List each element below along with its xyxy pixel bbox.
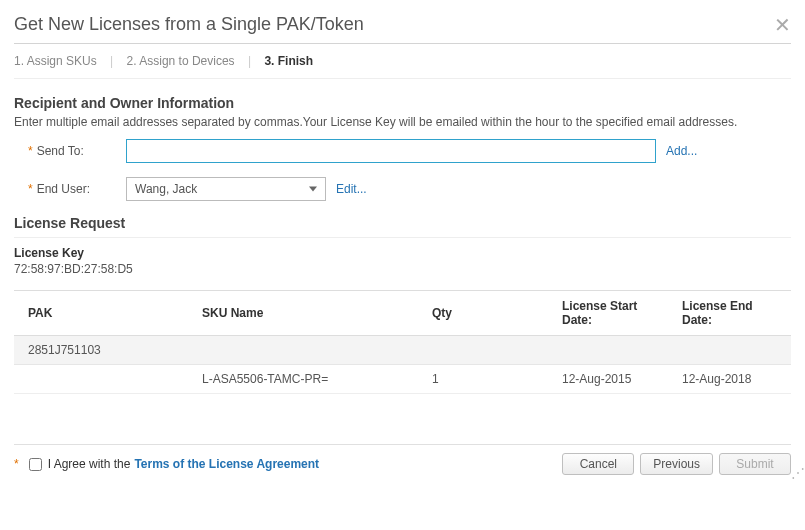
license-table: PAK SKU Name Qty License Start Date: Lic… (14, 290, 791, 394)
cancel-button[interactable]: Cancel (562, 453, 634, 475)
recipient-hint: Enter multiple email addresses separated… (14, 115, 791, 129)
required-star-icon: * (14, 457, 19, 471)
end-user-label-text: End User: (37, 182, 90, 196)
send-to-label: *Send To: (14, 144, 126, 158)
step-assign-devices[interactable]: 2. Assign to Devices (127, 54, 235, 68)
wizard-steps: 1. Assign SKUs | 2. Assign to Devices | … (14, 52, 791, 79)
end-user-label: *End User: (14, 182, 126, 196)
divider (14, 237, 791, 238)
step-separator: | (110, 54, 113, 68)
agree-text: I Agree with the (48, 457, 131, 471)
step-separator: | (248, 54, 251, 68)
col-sku: SKU Name (194, 291, 424, 336)
col-end: License End Date: (674, 291, 791, 336)
required-star-icon: * (28, 182, 33, 196)
cell-sku: L-ASA5506-TAMC-PR= (194, 365, 424, 394)
cell-pak: 2851J751103 (14, 336, 194, 365)
close-icon[interactable]: ✕ (774, 15, 791, 35)
license-key-value: 72:58:97:BD:27:58:D5 (14, 262, 791, 276)
license-request-title: License Request (14, 215, 791, 231)
recipient-section-title: Recipient and Owner Information (14, 95, 791, 111)
submit-button[interactable]: Submit (719, 453, 791, 475)
cell-qty: 1 (424, 365, 554, 394)
chevron-down-icon (305, 182, 321, 196)
agree-checkbox[interactable] (29, 458, 42, 471)
step-finish[interactable]: 3. Finish (264, 54, 313, 68)
col-pak: PAK (14, 291, 194, 336)
cell-end: 12-Aug-2018 (674, 365, 791, 394)
end-user-value: Wang, Jack (135, 182, 197, 196)
end-user-select[interactable]: Wang, Jack (126, 177, 326, 201)
add-link[interactable]: Add... (666, 144, 697, 158)
dialog-title: Get New Licenses from a Single PAK/Token (14, 14, 364, 35)
table-row: L-ASA5506-TAMC-PR= 1 12-Aug-2015 12-Aug-… (14, 365, 791, 394)
col-start: License Start Date: (554, 291, 674, 336)
col-qty: Qty (424, 291, 554, 336)
terms-link[interactable]: Terms of the License Agreement (134, 457, 319, 471)
send-to-input[interactable] (126, 139, 656, 163)
table-row: 2851J751103 (14, 336, 791, 365)
send-to-label-text: Send To: (37, 144, 84, 158)
edit-link[interactable]: Edit... (336, 182, 367, 196)
previous-button[interactable]: Previous (640, 453, 713, 475)
required-star-icon: * (28, 144, 33, 158)
table-header-row: PAK SKU Name Qty License Start Date: Lic… (14, 291, 791, 336)
resize-grip-icon[interactable]: ⋰ (791, 467, 803, 479)
cell-start: 12-Aug-2015 (554, 365, 674, 394)
step-assign-skus[interactable]: 1. Assign SKUs (14, 54, 97, 68)
license-key-label: License Key (14, 246, 791, 260)
